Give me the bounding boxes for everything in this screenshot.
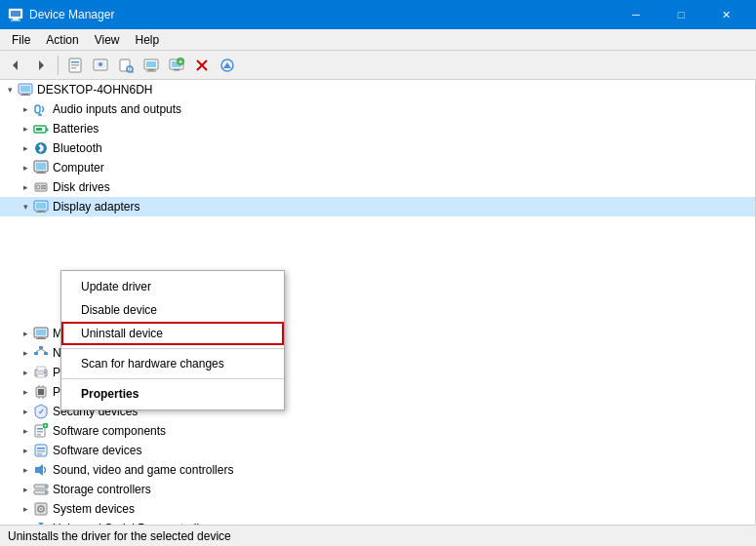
svg-rect-2 — [13, 19, 19, 20]
expand-usb[interactable]: ▸ — [20, 523, 31, 525]
toolbar-properties2[interactable] — [89, 54, 112, 77]
toolbar-scan[interactable] — [114, 54, 138, 77]
ctx-properties[interactable]: Properties — [61, 382, 284, 406]
menu-help[interactable]: Help — [128, 29, 168, 50]
tree-item-bluetooth[interactable]: ▸ Bluetooth — [0, 138, 755, 158]
tree-item-display[interactable]: ▾ Display adapters — [0, 197, 755, 216]
expand-network[interactable]: ▸ — [20, 347, 31, 359]
svg-point-64 — [44, 371, 46, 373]
window-title: Device Manager — [29, 8, 614, 21]
maximize-button[interactable]: □ — [658, 0, 703, 29]
svg-rect-3 — [11, 20, 20, 21]
svg-rect-30 — [20, 86, 30, 92]
menu-file[interactable]: File — [4, 29, 38, 50]
toolbar-back[interactable] — [4, 54, 27, 77]
toolbar-forward[interactable] — [29, 54, 53, 77]
tree-label-system: System devices — [53, 502, 135, 516]
expand-bluetooth[interactable]: ▸ — [20, 142, 31, 154]
ctx-update-driver[interactable]: Update driver — [61, 275, 284, 298]
tree-item-disk[interactable]: ▸ Disk drives — [0, 177, 755, 197]
menu-action[interactable]: Action — [38, 29, 86, 50]
toolbar-add[interactable]: + — [165, 54, 188, 77]
expand-softdev[interactable]: ▸ — [20, 445, 31, 456]
icon-monitors — [33, 326, 49, 341]
expand-storage[interactable]: ▸ — [20, 484, 31, 495]
minimize-button[interactable]: ─ — [614, 0, 658, 29]
expand-sound[interactable]: ▸ — [20, 464, 31, 476]
icon-audio — [33, 101, 49, 117]
svg-rect-62 — [37, 367, 45, 370]
tree-item-audio[interactable]: ▸ Audio inputs and outputs — [0, 99, 755, 119]
device-tree[interactable]: ▾ DESKTOP-4OHN6DH ▸ — [0, 80, 756, 525]
svg-point-90 — [40, 508, 42, 510]
svg-rect-53 — [36, 330, 46, 335]
svg-rect-38 — [36, 128, 42, 131]
tree-item-usb[interactable]: ▸ Universal Serial Bus controllers — [0, 519, 755, 525]
toolbar-update[interactable] — [216, 54, 239, 77]
tree-item-system[interactable]: ▸ System devices — [0, 499, 755, 519]
menu-view[interactable]: View — [87, 29, 128, 50]
svg-line-15 — [132, 71, 133, 72]
tree-item-softcomp[interactable]: ▸ + Software components — [0, 421, 755, 441]
expand-monitors[interactable]: ▸ — [20, 328, 31, 339]
expand-batteries[interactable]: ▸ — [20, 123, 31, 135]
icon-softcomp: + — [33, 423, 49, 439]
expand-display[interactable]: ▾ — [20, 201, 31, 213]
icon-network — [33, 345, 49, 361]
expand-print[interactable]: ▸ — [20, 367, 31, 378]
tree-item-storage[interactable]: ▸ Storage controllers — [0, 480, 755, 499]
ctx-disable-device[interactable]: Disable device — [61, 298, 284, 322]
toolbar-properties1[interactable] — [63, 54, 87, 77]
svg-rect-80 — [37, 450, 45, 452]
expand-computer[interactable]: ▸ — [20, 162, 31, 174]
expand-processors[interactable]: ▸ — [20, 386, 31, 398]
icon-sound — [33, 462, 49, 478]
close-button[interactable]: ✕ — [703, 0, 748, 29]
tree-label-audio: Audio inputs and outputs — [53, 102, 181, 116]
svg-rect-19 — [146, 70, 156, 71]
svg-rect-9 — [71, 67, 76, 69]
svg-marker-5 — [39, 60, 44, 70]
svg-rect-51 — [36, 212, 46, 213]
svg-text:✓: ✓ — [38, 408, 45, 416]
svg-rect-41 — [36, 163, 46, 170]
ctx-uninstall-device[interactable]: Uninstall device — [61, 322, 284, 345]
svg-rect-56 — [39, 346, 43, 349]
svg-marker-28 — [223, 62, 231, 68]
expand-root[interactable]: ▾ — [4, 84, 16, 96]
tree-item-computer[interactable]: ▸ Computer — [0, 158, 755, 177]
svg-point-87 — [45, 491, 47, 493]
tree-item-batteries[interactable]: ▸ Batteries — [0, 119, 755, 138]
svg-marker-4 — [13, 60, 18, 70]
icon-system — [33, 501, 49, 517]
svg-rect-31 — [22, 94, 28, 95]
expand-security[interactable]: ▸ — [20, 406, 31, 417]
expand-disk[interactable]: ▸ — [20, 181, 31, 193]
tree-label-sound: Sound, video and game controllers — [53, 463, 233, 477]
toolbar-remove[interactable] — [190, 54, 214, 77]
ctx-scan-hardware[interactable]: Scan for hardware changes — [61, 352, 284, 375]
tree-item-root[interactable]: ▾ DESKTOP-4OHN6DH — [0, 80, 755, 99]
tree-label-usb: Universal Serial Bus controllers — [53, 522, 216, 525]
svg-rect-1 — [11, 11, 20, 17]
icon-disk — [33, 179, 49, 195]
menubar: File Action View Help — [0, 29, 756, 51]
expand-softcomp[interactable]: ▸ — [20, 425, 31, 437]
tree-item-sound[interactable]: ▸ Sound, video and game controllers — [0, 460, 755, 480]
tree-label-computer: Computer — [53, 161, 104, 175]
svg-text:+: + — [44, 423, 47, 428]
svg-rect-66 — [38, 389, 44, 395]
svg-rect-33 — [35, 105, 40, 113]
svg-rect-44 — [35, 183, 47, 191]
expand-audio[interactable]: ▸ — [20, 103, 31, 115]
svg-rect-49 — [36, 203, 46, 209]
svg-rect-43 — [36, 173, 46, 174]
ctx-sep2 — [61, 378, 284, 379]
svg-marker-83 — [39, 464, 43, 476]
svg-rect-54 — [38, 337, 44, 338]
svg-rect-42 — [38, 172, 44, 173]
tree-item-softdev[interactable]: ▸ Software devices — [0, 441, 755, 460]
toolbar-monitor[interactable] — [139, 54, 163, 77]
svg-rect-75 — [37, 434, 41, 436]
expand-system[interactable]: ▸ — [20, 503, 31, 515]
